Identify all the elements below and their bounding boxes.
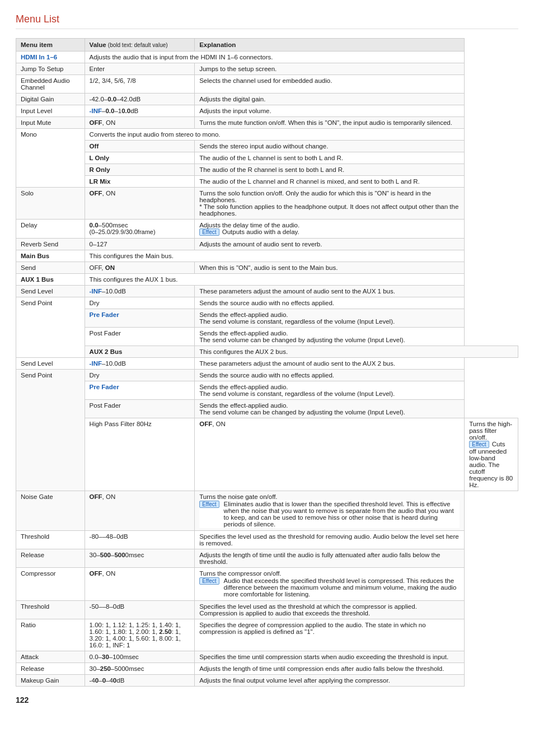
menu-item-cell: Attack	[16, 651, 85, 663]
menu-item-cell: Mono	[16, 129, 85, 188]
menu-item-cell: Noise Gate	[16, 491, 85, 531]
menu-item-cell: Input Mute	[16, 117, 85, 129]
menu-item-cell: High Pass Filter 80Hz	[85, 418, 195, 491]
table-row: L Only The audio of the L channel is sen…	[16, 152, 518, 164]
table-row: AUX 1 Bus This configures the AUX 1 bus.	[16, 274, 518, 286]
explanation-cell: The audio of the L channel is sent to bo…	[195, 152, 465, 164]
value-cell: Post Fader	[85, 328, 195, 346]
table-row: Main Bus This configures the Main bus.	[16, 250, 518, 262]
value-cell: -50––8–0dB	[85, 601, 195, 619]
value-cell: 1/2, 3/4, 5/6, 7/8	[85, 75, 195, 94]
effect-badge: Effect	[469, 441, 489, 448]
value-cell: Dry	[85, 370, 195, 381]
explanation-cell: Selects the channel used for embedded au…	[195, 75, 465, 94]
page-number: 122	[16, 696, 518, 704]
value-cell: Pre Fader	[85, 381, 195, 400]
explanation-cell: The audio of the R channel is sent to bo…	[195, 164, 465, 176]
explanation-cell: Adjusts the input volume.	[195, 105, 465, 117]
explanation-cell: Sends the effect-applied audio. The send…	[195, 309, 465, 328]
table-row: High Pass Filter 80Hz OFF, ON Turns the …	[16, 418, 518, 491]
table-row: Input Mute OFF, ON Turns the mute functi…	[16, 117, 518, 129]
table-row: Threshold -80––48–0dB Specifies the leve…	[16, 531, 518, 549]
table-row: Off Sends the stereo input audio without…	[16, 141, 518, 152]
value-cell: -80––48–0dB	[85, 531, 195, 549]
menu-item-cell: Send Level	[16, 286, 85, 297]
value-cell: OFF, ON	[85, 117, 195, 129]
table-row: Attack 0.0–30–100msec Specifies the time…	[16, 651, 518, 663]
table-row: Makeup Gain -40–0–40dB Adjusts the final…	[16, 675, 518, 687]
explanation-cell: Specifies the time until compression sta…	[195, 651, 465, 663]
value-cell: -INF–0.0–10.0dB	[85, 105, 195, 117]
menu-item-cell: AUX 1 Bus	[16, 274, 85, 286]
value-cell: OFF, ON	[85, 188, 195, 220]
table-row: Pre Fader Sends the effect-applied audio…	[16, 381, 518, 400]
table-row: Embedded Audio Channel 1/2, 3/4, 5/6, 7/…	[16, 75, 518, 94]
explanation-cell: Sends the effect-applied audio. The send…	[195, 400, 465, 418]
effect-sub-table: Effect Eliminates audio that is lower th…	[199, 500, 460, 528]
table-row: Ratio 1.00: 1, 1.12: 1, 1.25: 1, 1.40: 1…	[16, 619, 518, 651]
explanation-cell: The audio of the L channel and R channel…	[195, 176, 465, 188]
explanation-cell: Sends the effect-applied audio. The send…	[195, 328, 465, 346]
value-cell: 30–250–5000msec	[85, 663, 195, 675]
explanation-cell: Turns the compressor on/off. Effect Audi…	[195, 568, 465, 601]
explanation-cell: Adjusts the amount of audio sent to reve…	[195, 239, 465, 250]
table-row: Jump To Setup Enter Jumps to the setup s…	[16, 63, 518, 75]
menu-item-cell: HDMI In 1–6	[16, 52, 85, 63]
explanation-cell: When this is "ON", audio is sent to the …	[195, 262, 465, 274]
menu-item-cell: Send Level	[16, 358, 85, 370]
value-cell: 30–500–5000msec	[85, 549, 195, 568]
table-row: Threshold -50––8–0dB Specifies the level…	[16, 601, 518, 619]
value-cell: -42.0–0.0–42.0dB	[85, 94, 195, 105]
table-row: LR Mix The audio of the L channel and R …	[16, 176, 518, 188]
menu-item-cell: Delay	[16, 220, 85, 239]
table-row: Noise Gate OFF, ON Turns the noise gate …	[16, 491, 518, 531]
section-label-cell: This configures the AUX 2 bus.	[195, 346, 518, 358]
table-row: Send OFF, ON When this is "ON", audio is…	[16, 262, 518, 274]
value-cell: Off	[85, 141, 195, 152]
col-value: Value (bold text: default value)	[85, 39, 195, 52]
menu-item-cell: Send Point	[16, 297, 85, 358]
explanation-cell: Sends the effect-applied audio. The send…	[195, 381, 465, 400]
table-row: Mono Converts the input audio from stere…	[16, 129, 518, 141]
table-row: Send Point Dry Sends the source audio wi…	[16, 297, 518, 309]
value-cell: 0–127	[85, 239, 195, 250]
value-cell: OFF, ON	[85, 568, 195, 601]
effect-badge: Effect	[199, 228, 219, 236]
explanation-cell: Specifies the degree of compression appl…	[195, 619, 465, 651]
menu-item-cell: Input Level	[16, 105, 85, 117]
effect-sub-table: Effect Audio that exceeds the specified …	[199, 577, 460, 598]
value-cell: LR Mix	[85, 176, 195, 188]
explanation-cell: Adjusts the final output volume level af…	[195, 675, 465, 687]
menu-item-cell: AUX 2 Bus	[85, 346, 195, 358]
explanation-cell: Jumps to the setup screen.	[195, 63, 465, 75]
value-cell: Pre Fader	[85, 309, 195, 328]
effect-badge: Effect	[199, 577, 219, 585]
explanation-cell: Sends the source audio with no effects a…	[195, 297, 465, 309]
menu-item-cell: Threshold	[16, 531, 85, 549]
value-cell: 0.0–500msec (0–25.0/29.9/30.0frame)	[85, 220, 195, 239]
table-row: Post Fader Sends the effect-applied audi…	[16, 328, 518, 346]
col-menu-item: Menu item	[16, 39, 85, 52]
explanation-cell: Specifies the level used as the threshol…	[195, 601, 465, 619]
value-cell: Post Fader	[85, 400, 195, 418]
table-row: Send Level -INF–10.0dB These parameters …	[16, 286, 518, 297]
section-header-cell: Adjusts the audio that is input from the…	[85, 52, 465, 63]
table-row: Delay 0.0–500msec (0–25.0/29.9/30.0frame…	[16, 220, 518, 239]
page-title: Menu List	[16, 13, 518, 29]
explanation-cell: Turns the noise gate on/off. Effect Elim…	[195, 491, 465, 531]
value-cell: -INF–10.0dB	[85, 358, 195, 370]
table-row: R Only The audio of the R channel is sen…	[16, 164, 518, 176]
menu-item-cell: Ratio	[16, 619, 85, 651]
menu-item-cell: Release	[16, 549, 85, 568]
explanation-cell: Adjusts the digital gain.	[195, 94, 465, 105]
value-cell: 1.00: 1, 1.12: 1, 1.25: 1, 1.40: 1, 1.60…	[85, 619, 195, 651]
table-row: Compressor OFF, ON Turns the compressor …	[16, 568, 518, 601]
menu-item-cell: Send	[16, 262, 85, 274]
table-row: Send Level -INF–10.0dB These parameters …	[16, 358, 518, 370]
explanation-cell: Sends the source audio with no effects a…	[195, 370, 465, 381]
menu-item-cell: Send Point	[16, 370, 85, 491]
menu-item-cell: Reverb Send	[16, 239, 85, 250]
effect-badge: Effect	[199, 501, 219, 508]
explanation-cell: Turns the high-pass filter on/off. Effec…	[465, 418, 518, 491]
value-cell: R Only	[85, 164, 195, 176]
